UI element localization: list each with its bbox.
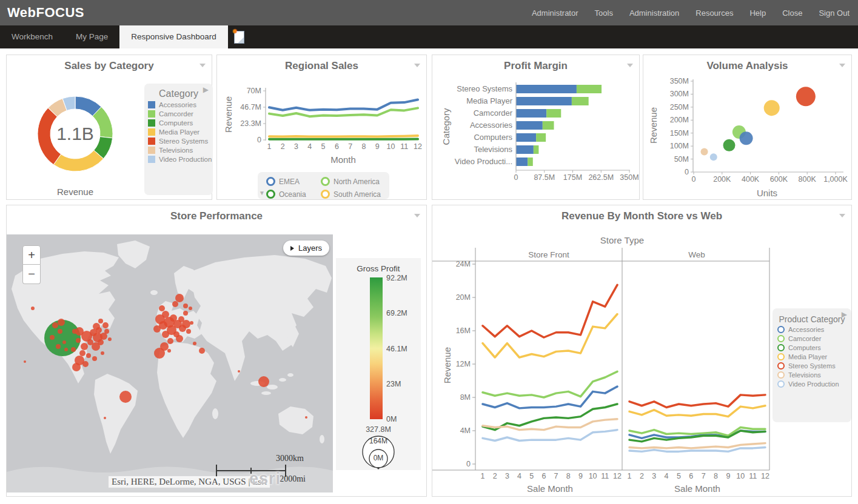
map-marker-red[interactable] [101,351,104,355]
legend-item[interactable]: Stereo Systems [148,138,209,145]
menu-help[interactable]: Help [749,8,766,18]
map-marker-red[interactable] [258,376,269,387]
bubble-Media Player[interactable] [764,100,780,116]
map-marker-red[interactable] [183,311,188,316]
map-marker-red[interactable] [238,370,240,373]
layers-button[interactable]: Layers [283,240,329,256]
legend-item[interactable]: Computers [148,119,209,127]
legend-scroll-icon[interactable]: ▼ [259,190,265,196]
zoom-in-button[interactable]: + [22,245,41,265]
legend-expand-icon[interactable]: ▶ [842,310,847,319]
map-marker-red[interactable] [86,353,91,358]
menu-close[interactable]: Close [782,8,802,18]
map-marker-red[interactable] [98,339,104,345]
map-marker-red[interactable] [162,331,169,338]
bar-Camcorder[interactable] [516,109,546,118]
map-marker-red[interactable] [31,307,35,310]
menu-resources[interactable]: Resources [695,8,733,18]
bar2-Televisions[interactable] [534,145,539,154]
map-marker-red[interactable] [153,325,161,333]
bubble-Accessories[interactable] [740,131,753,145]
bar-Video Producti...[interactable] [516,158,528,166]
map-marker-red[interactable] [175,294,184,302]
map-marker-red[interactable] [186,329,191,334]
donut-segment-Media Player[interactable] [53,150,103,171]
menu-sign-out[interactable]: Sign Out [819,8,850,18]
map-marker-red[interactable] [52,322,58,328]
legend-item[interactable]: Camcorder [148,110,209,118]
map-marker-red[interactable] [92,356,97,361]
map-marker-red[interactable] [102,322,109,328]
map-marker-red[interactable] [71,347,76,352]
bubble-Televisions[interactable] [701,148,708,156]
map-marker-red[interactable] [56,344,61,349]
bubble-Video Production[interactable] [710,153,717,161]
map-marker-red[interactable] [58,319,65,326]
map-marker-red[interactable] [190,321,193,325]
legend-expand-icon[interactable]: ▶ [203,85,209,94]
legend-item[interactable]: Televisions [777,371,846,379]
map-marker-red[interactable] [172,301,178,307]
legend-item[interactable]: Video Production [777,380,846,388]
map-marker-red[interactable] [119,391,132,403]
legend-item[interactable]: Media Player [148,128,209,136]
map-marker-red[interactable] [305,416,307,419]
map-marker-red[interactable] [82,361,89,367]
map-marker-red[interactable] [176,335,183,342]
map-marker-red[interactable] [154,348,165,359]
zoom-out-button[interactable]: − [22,265,41,284]
map-marker-red[interactable] [81,343,88,350]
legend-item[interactable]: Stereo Systems [777,362,846,370]
map-marker-red[interactable] [159,305,165,311]
bar-Televisions[interactable] [516,145,534,154]
bar-Accessories[interactable] [516,121,543,130]
map-marker-red[interactable] [199,348,205,354]
menu-administrator[interactable]: Administrator [532,8,578,18]
bar2-Accessories[interactable] [543,121,554,130]
tab-my-page[interactable]: My Page [64,25,119,48]
map-marker-red[interactable] [182,320,190,328]
legend-item[interactable]: Camcorder [777,335,846,342]
chevron-down-icon[interactable] [414,214,420,217]
bar2-Camcorder[interactable] [546,109,561,118]
legend-item[interactable]: EMEA [266,177,317,186]
world-map[interactable]: + − Layers 3000km 2000mi Esri, HERE, DeL… [7,234,333,492]
map-marker-red[interactable] [189,307,192,310]
map-marker-red[interactable] [64,348,68,351]
map-marker-red[interactable] [79,350,85,356]
map-marker-red[interactable] [183,303,188,308]
map-marker-red[interactable] [167,349,171,353]
bubble-Computers[interactable] [723,139,736,151]
legend-item[interactable]: Accessories [777,326,846,333]
legend-item[interactable]: Oceania [266,190,317,199]
legend-item[interactable]: North America [321,177,389,186]
map-marker-red[interactable] [93,323,100,330]
map-marker-red[interactable] [72,363,81,371]
bar2-Video Producti...[interactable] [528,158,533,166]
tab-responsive-dashboard[interactable]: Responsive Dashboard [119,25,227,48]
bar2-Media Player[interactable] [572,97,589,105]
map-marker-red[interactable] [104,329,109,334]
map-marker-red[interactable] [193,342,196,345]
menu-tools[interactable]: Tools [595,8,613,18]
legend-item[interactable]: Video Production [148,156,209,163]
legend-item[interactable]: Computers [777,344,846,351]
bar-Computers[interactable] [516,133,536,142]
map-marker-red[interactable] [108,337,112,341]
map-marker-red[interactable] [104,417,106,419]
bubble-Stereo Systems[interactable] [796,87,816,106]
legend-item[interactable]: Accessories [148,101,209,108]
bar-Stereo Systems[interactable] [516,85,577,93]
map-marker-red[interactable] [167,338,173,344]
tab-workbench[interactable]: Workbench [0,25,64,48]
map-marker-red[interactable] [24,360,26,363]
map-marker-red[interactable] [50,335,55,340]
map-marker-red[interactable] [98,319,103,323]
bar2-Computers[interactable] [536,133,546,142]
tab-new-page[interactable]: ✹ [228,25,251,48]
legend-item[interactable]: Televisions [148,147,209,154]
bar2-Stereo Systems[interactable] [577,85,602,93]
legend-item[interactable]: Media Player [777,353,846,360]
map-marker-red[interactable] [76,338,81,343]
map-marker-red[interactable] [58,329,62,334]
